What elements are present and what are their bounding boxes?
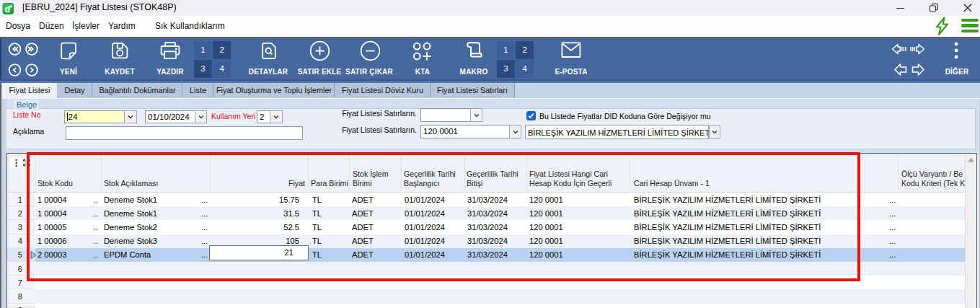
- svg-text:d: d: [5, 4, 11, 14]
